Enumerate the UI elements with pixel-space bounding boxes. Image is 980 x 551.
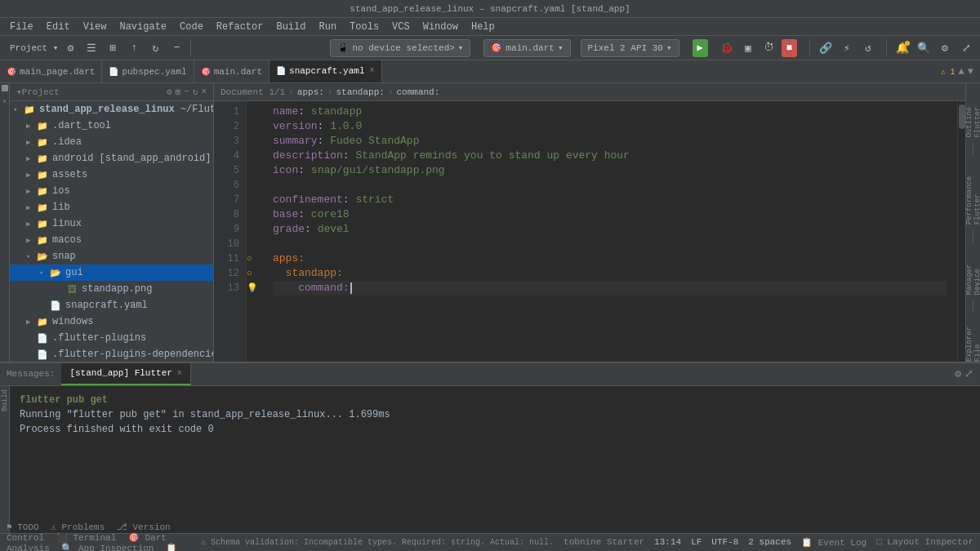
scroll-up-icon[interactable]: ▲	[959, 66, 964, 78]
problems-btn[interactable]: ⚠ Problems	[51, 522, 105, 532]
performance-panel[interactable]: Flutter Performance	[965, 160, 981, 224]
settings-btn[interactable]: ⚙	[61, 39, 79, 57]
restart-btn[interactable]: ↺	[859, 39, 877, 57]
menu-file[interactable]: File	[3, 21, 40, 33]
layout-inspector-btn[interactable]: □ Layout Inspector	[876, 537, 973, 548]
menu-run[interactable]: Run	[312, 21, 343, 33]
hot-reload-btn[interactable]: ⚡	[838, 39, 856, 57]
tree-android[interactable]: ▶ 📁 android [stand_app_android]	[10, 150, 213, 167]
menu-build[interactable]: Build	[270, 21, 312, 33]
gutter-11[interactable]: ○	[247, 251, 263, 266]
tab-main-page-dart[interactable]: 🎯 main_page.dart	[0, 60, 102, 82]
tab-close-snapcraft[interactable]: ×	[369, 66, 374, 75]
code-line-2: version: 1.0.0	[273, 119, 947, 134]
notification-btn[interactable]: 🔔	[893, 39, 911, 57]
settings-gear-btn[interactable]: ⚙	[936, 39, 954, 57]
scrollbar-thumb[interactable]	[959, 104, 965, 129]
run-button[interactable]: ▶	[693, 39, 708, 57]
line-ending-label[interactable]: LF	[691, 537, 702, 548]
tree-standapp-png[interactable]: 🖼 standapp.png	[10, 281, 213, 297]
stop-button[interactable]: ■	[782, 39, 797, 57]
menu-code[interactable]: Code	[173, 21, 210, 33]
tree-snap[interactable]: ▾ 📂 snap	[10, 248, 213, 264]
editor-scrollbar[interactable]	[957, 101, 965, 362]
macos-arrow: ▶	[26, 236, 36, 245]
project-expand-arrow[interactable]: ▾	[16, 87, 22, 97]
dart-device-btn[interactable]: 🎯 main.dart ▾	[483, 39, 570, 57]
bottom-settings-icon[interactable]: ⚙	[955, 367, 961, 380]
sidebar-collapse-icon[interactable]: −	[184, 87, 189, 97]
file-explorer-panel[interactable]: File Explorer	[965, 318, 981, 362]
flutter-outline-panel[interactable]: Flutter Outline	[965, 87, 981, 138]
code-view[interactable]: name: standapp version: 1.0.0 summary: F…	[263, 101, 957, 362]
tobnine-label[interactable]: tobnine Starter	[564, 537, 644, 548]
code-editor[interactable]: 1 2 3 4 5 6 7 8 9 10 11 12 13	[214, 101, 965, 362]
search-everywhere-btn[interactable]: 🔍	[915, 39, 933, 57]
tree-snapcraft-yaml[interactable]: 📄 snapcraft.yaml	[10, 297, 213, 313]
device-selector[interactable]: 📱 no device selected> ▾	[330, 39, 470, 57]
bottom-expand-icon[interactable]: ⤢	[964, 367, 973, 380]
terminal-output[interactable]: flutter pub get Running "flutter pub get…	[10, 386, 980, 533]
tab-pubspec-yaml[interactable]: 📄 pubspec.yaml	[102, 60, 194, 82]
indent-label[interactable]: 2 spaces	[748, 537, 791, 548]
tab-snapcraft-yaml[interactable]: 📄 snapcraft.yaml ×	[270, 60, 381, 82]
tree-ios[interactable]: ▶ 📁 ios	[10, 183, 213, 199]
sidebar-expand-icon[interactable]: ⊞	[176, 87, 181, 97]
attach-btn[interactable]: 🔗	[817, 39, 835, 57]
tree-dart-tool[interactable]: ▶ 📁 .dart_tool	[10, 118, 213, 134]
flutter-outline-btn[interactable]: ⊞	[104, 39, 122, 57]
pixel-api-btn[interactable]: Pixel 2 API 30 ▾	[581, 39, 679, 57]
menu-tools[interactable]: Tools	[343, 21, 385, 33]
bottom-tab-flutter[interactable]: [stand_app] Flutter ×	[61, 363, 190, 385]
event-log-btn[interactable]: 📋 Event Log	[801, 537, 866, 548]
breadcrumb-apps[interactable]: apps:	[297, 87, 324, 97]
gutter-13[interactable]: 💡	[247, 281, 263, 295]
right-panel-icons: Flutter Outline Flutter Performance Devi…	[965, 83, 980, 362]
terminal-btn[interactable]: ⬛ Terminal	[56, 533, 116, 543]
tree-windows[interactable]: ▶ 📁 windows	[10, 313, 213, 330]
dropdown-icon: ▾	[666, 42, 672, 53]
bottom-tab-close[interactable]: ×	[177, 369, 182, 378]
tree-flutter-plugins[interactable]: 📄 .flutter-plugins	[10, 330, 213, 346]
menu-edit[interactable]: Edit	[40, 21, 77, 33]
sidebar-settings-icon[interactable]: ⚙	[167, 87, 172, 97]
profile-btn[interactable]: ⏱	[760, 39, 778, 57]
coverage-btn[interactable]: ▣	[739, 39, 757, 57]
tree-flutter-plugins-dep[interactable]: 📄 .flutter-plugins-dependencies	[10, 346, 213, 362]
structure-btn[interactable]: ☰	[82, 39, 100, 57]
tree-linux[interactable]: ▶ 📁 linux	[10, 216, 213, 232]
title-text: stand_app_release_linux – snapcraft.yaml…	[350, 4, 630, 14]
menu-window[interactable]: Window	[416, 21, 465, 33]
build-label: Build	[1, 389, 9, 411]
sidebar-hide-icon[interactable]: ×	[201, 87, 207, 97]
minus-btn[interactable]: −	[167, 39, 185, 57]
menu-help[interactable]: Help	[465, 21, 501, 33]
sidebar-sync-icon[interactable]: ↻	[193, 87, 198, 97]
todo-btn[interactable]: ⚑ TODO	[7, 522, 39, 532]
expand-btn[interactable]: ⤢	[957, 39, 975, 57]
encoding-label[interactable]: UTF-8	[711, 537, 738, 548]
tree-root[interactable]: ▾ 📁 stand_app_release_linux ~/Flutter	[10, 101, 213, 118]
breadcrumb-standapp[interactable]: standapp:	[336, 87, 384, 97]
line-num-8: 8	[214, 207, 239, 222]
scroll-down-icon[interactable]: ▼	[968, 66, 973, 78]
menu-navigate[interactable]: Navigate	[113, 21, 173, 33]
menu-view[interactable]: View	[77, 21, 114, 33]
device-manager-panel[interactable]: Device Manager	[965, 247, 981, 295]
menu-refactor[interactable]: Refactor	[210, 21, 270, 33]
debug-btn[interactable]: 🐞	[718, 39, 736, 57]
tab-main-dart[interactable]: 🎯 main.dart	[194, 60, 270, 82]
structure-icon: ≡	[2, 100, 8, 103]
tree-gui[interactable]: ▾ 📂 gui	[10, 264, 213, 281]
up-btn[interactable]: ↑	[125, 39, 143, 57]
sync-btn[interactable]: ↻	[146, 39, 164, 57]
tree-lib[interactable]: ▶ 📁 lib	[10, 199, 213, 216]
tree-idea[interactable]: ▶ 📁 .idea	[10, 134, 213, 150]
breadcrumb-command[interactable]: command:	[396, 87, 439, 97]
app-inspection-btn[interactable]: 🔍 App Inspection	[61, 544, 154, 552]
tree-macos[interactable]: ▶ 📁 macos	[10, 232, 213, 248]
tree-assets[interactable]: ▶ 📁 assets	[10, 167, 213, 183]
project-icon-strip[interactable]	[2, 85, 8, 91]
menu-vcs[interactable]: VCS	[385, 21, 416, 33]
gutter-12[interactable]: ○	[247, 266, 263, 281]
